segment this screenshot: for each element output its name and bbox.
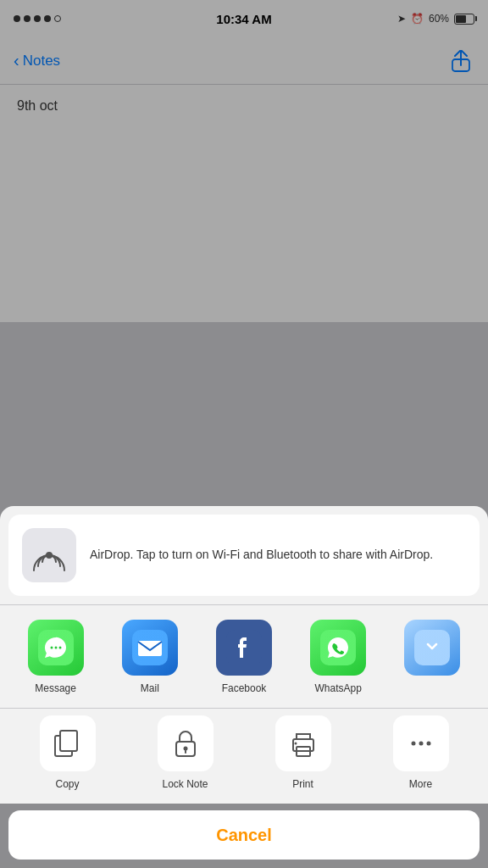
copy-icon-wrap: [40, 715, 96, 771]
more-apps-label: [431, 682, 434, 694]
actions-row: Copy Lock Note: [0, 708, 488, 804]
copy-icon: [53, 728, 83, 759]
print-icon: [288, 728, 319, 759]
app-item-facebook[interactable]: Facebook: [197, 620, 291, 694]
svg-point-21: [426, 742, 430, 746]
print-icon-wrap: [275, 715, 331, 771]
app-item-more-apps[interactable]: [385, 620, 480, 694]
airdrop-section[interactable]: AirDrop. Tap to turn on Wi-Fi and Blueto…: [8, 515, 480, 596]
apps-row: Message: [0, 613, 488, 708]
svg-rect-7: [138, 641, 162, 656]
action-item-print[interactable]: Print: [244, 715, 362, 790]
airdrop-icon: [32, 538, 66, 572]
svg-point-5: [58, 647, 61, 649]
copy-label: Copy: [55, 778, 79, 790]
more-apps-icon: [404, 620, 460, 676]
divider-1: [0, 604, 488, 605]
action-item-copy[interactable]: Copy: [8, 715, 126, 790]
mail-icon: [132, 630, 168, 665]
lock-note-label: Lock Note: [162, 778, 208, 790]
message-app-icon: [28, 620, 84, 676]
facebook-app-icon: [216, 620, 272, 676]
whatsapp-icon: [320, 630, 356, 665]
more-apps-chevron-icon: [414, 630, 450, 665]
mail-app-label: Mail: [141, 682, 159, 694]
print-label: Print: [292, 778, 313, 790]
mail-app-icon: [122, 620, 178, 676]
more-icon-wrap: [393, 715, 449, 771]
app-item-whatsapp[interactable]: WhatsApp: [291, 620, 385, 694]
app-item-message[interactable]: Message: [8, 620, 103, 694]
svg-rect-12: [60, 731, 77, 751]
svg-point-4: [54, 647, 57, 649]
facebook-icon: [226, 630, 262, 665]
cancel-button[interactable]: Cancel: [8, 810, 480, 860]
ellipsis-icon: [406, 728, 436, 759]
whatsapp-app-icon: [310, 620, 366, 676]
share-sheet: AirDrop. Tap to turn on Wi-Fi and Blueto…: [0, 506, 488, 869]
action-item-more[interactable]: More: [362, 715, 480, 790]
airdrop-description: AirDrop. Tap to turn on Wi-Fi and Blueto…: [90, 547, 433, 564]
lock-note-icon-wrap: [158, 715, 214, 771]
action-item-lock-note[interactable]: Lock Note: [126, 715, 244, 790]
svg-point-18: [294, 743, 297, 745]
message-app-label: Message: [35, 682, 76, 694]
svg-point-3: [50, 647, 53, 649]
cancel-label: Cancel: [216, 826, 272, 845]
share-main-panel: AirDrop. Tap to turn on Wi-Fi and Blueto…: [0, 506, 488, 804]
airdrop-icon-wrap: [22, 528, 76, 582]
facebook-app-label: Facebook: [222, 682, 267, 694]
svg-point-20: [419, 742, 423, 746]
svg-point-19: [411, 742, 415, 746]
lock-icon: [170, 728, 201, 759]
whatsapp-app-label: WhatsApp: [315, 682, 362, 694]
app-item-mail[interactable]: Mail: [103, 620, 197, 694]
message-icon: [38, 630, 74, 665]
more-label: More: [409, 778, 432, 790]
